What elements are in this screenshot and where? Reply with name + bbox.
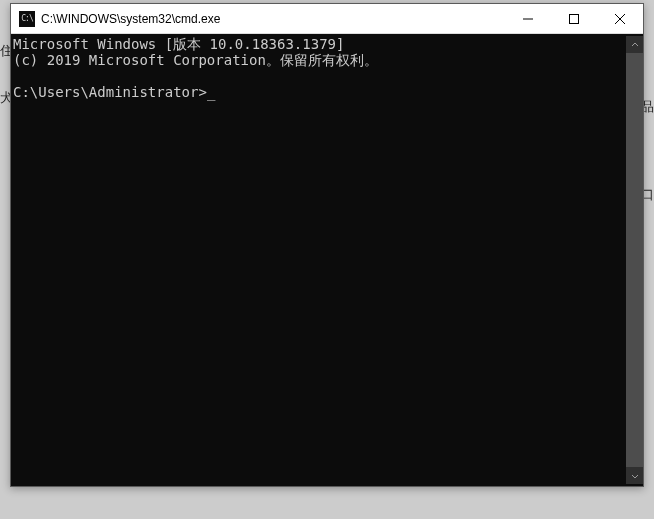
minimize-icon	[523, 14, 533, 24]
console-prompt: C:\Users\Administrator>	[13, 84, 207, 100]
svg-rect-1	[570, 14, 579, 23]
cmd-icon: C:\	[19, 11, 35, 27]
maximize-button[interactable]	[551, 4, 597, 33]
chevron-up-icon	[631, 41, 639, 49]
titlebar[interactable]: C:\ C:\WINDOWS\system32\cmd.exe	[11, 4, 643, 34]
close-button[interactable]	[597, 4, 643, 33]
console-line: Microsoft Windows [版本 10.0.18363.1379]	[13, 36, 344, 52]
cursor-icon: _	[207, 84, 215, 100]
window-title: C:\WINDOWS\system32\cmd.exe	[41, 12, 505, 26]
maximize-icon	[569, 14, 579, 24]
scroll-track[interactable]	[626, 53, 643, 467]
close-icon	[615, 14, 625, 24]
minimize-button[interactable]	[505, 4, 551, 33]
chevron-down-icon	[631, 472, 639, 480]
scroll-up-button[interactable]	[626, 36, 643, 53]
vertical-scrollbar[interactable]	[626, 36, 643, 484]
titlebar-controls	[505, 4, 643, 33]
scroll-down-button[interactable]	[626, 467, 643, 484]
console-line: (c) 2019 Microsoft Corporation。保留所有权利。	[13, 52, 378, 68]
scroll-thumb[interactable]	[626, 53, 643, 467]
console-area[interactable]: Microsoft Windows [版本 10.0.18363.1379] (…	[11, 34, 643, 486]
console-output: Microsoft Windows [版本 10.0.18363.1379] (…	[13, 36, 626, 484]
cmd-window: C:\ C:\WINDOWS\system32\cmd.exe Microsof…	[10, 3, 644, 487]
